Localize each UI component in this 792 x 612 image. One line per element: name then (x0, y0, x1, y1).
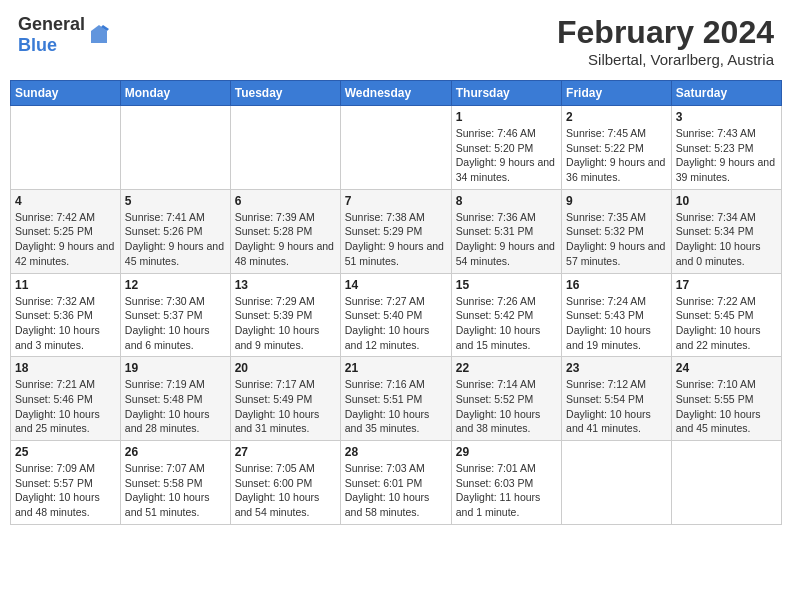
day-info: Sunrise: 7:21 AMSunset: 5:46 PMDaylight:… (15, 377, 116, 436)
calendar-cell: 17Sunrise: 7:22 AMSunset: 5:45 PMDayligh… (671, 273, 781, 357)
day-number: 16 (566, 278, 667, 292)
calendar-cell: 18Sunrise: 7:21 AMSunset: 5:46 PMDayligh… (11, 357, 121, 441)
day-info: Sunrise: 7:41 AMSunset: 5:26 PMDaylight:… (125, 210, 226, 269)
day-number: 18 (15, 361, 116, 375)
calendar-cell: 27Sunrise: 7:05 AMSunset: 6:00 PMDayligh… (230, 441, 340, 525)
day-number: 20 (235, 361, 336, 375)
day-number: 5 (125, 194, 226, 208)
day-number: 19 (125, 361, 226, 375)
weekday-header-saturday: Saturday (671, 81, 781, 106)
calendar-week-3: 11Sunrise: 7:32 AMSunset: 5:36 PMDayligh… (11, 273, 782, 357)
day-info: Sunrise: 7:05 AMSunset: 6:00 PMDaylight:… (235, 461, 336, 520)
day-info: Sunrise: 7:29 AMSunset: 5:39 PMDaylight:… (235, 294, 336, 353)
logo-general-text: General (18, 14, 85, 34)
day-number: 8 (456, 194, 557, 208)
day-info: Sunrise: 7:46 AMSunset: 5:20 PMDaylight:… (456, 126, 557, 185)
day-info: Sunrise: 7:38 AMSunset: 5:29 PMDaylight:… (345, 210, 447, 269)
day-number: 22 (456, 361, 557, 375)
day-info: Sunrise: 7:17 AMSunset: 5:49 PMDaylight:… (235, 377, 336, 436)
calendar-cell: 19Sunrise: 7:19 AMSunset: 5:48 PMDayligh… (120, 357, 230, 441)
calendar-cell (562, 441, 672, 525)
day-number: 27 (235, 445, 336, 459)
calendar-header-row: SundayMondayTuesdayWednesdayThursdayFrid… (11, 81, 782, 106)
calendar-cell: 7Sunrise: 7:38 AMSunset: 5:29 PMDaylight… (340, 189, 451, 273)
month-title: February 2024 (557, 14, 774, 51)
calendar-cell: 13Sunrise: 7:29 AMSunset: 5:39 PMDayligh… (230, 273, 340, 357)
day-info: Sunrise: 7:26 AMSunset: 5:42 PMDaylight:… (456, 294, 557, 353)
calendar-cell: 26Sunrise: 7:07 AMSunset: 5:58 PMDayligh… (120, 441, 230, 525)
calendar-cell (671, 441, 781, 525)
calendar-cell (230, 106, 340, 190)
day-number: 21 (345, 361, 447, 375)
day-info: Sunrise: 7:19 AMSunset: 5:48 PMDaylight:… (125, 377, 226, 436)
day-info: Sunrise: 7:01 AMSunset: 6:03 PMDaylight:… (456, 461, 557, 520)
day-number: 28 (345, 445, 447, 459)
calendar-table: SundayMondayTuesdayWednesdayThursdayFrid… (10, 80, 782, 525)
calendar-cell: 29Sunrise: 7:01 AMSunset: 6:03 PMDayligh… (451, 441, 561, 525)
weekday-header-sunday: Sunday (11, 81, 121, 106)
day-info: Sunrise: 7:14 AMSunset: 5:52 PMDaylight:… (456, 377, 557, 436)
calendar-week-4: 18Sunrise: 7:21 AMSunset: 5:46 PMDayligh… (11, 357, 782, 441)
calendar-cell: 2Sunrise: 7:45 AMSunset: 5:22 PMDaylight… (562, 106, 672, 190)
day-number: 13 (235, 278, 336, 292)
calendar-cell: 4Sunrise: 7:42 AMSunset: 5:25 PMDaylight… (11, 189, 121, 273)
day-number: 24 (676, 361, 777, 375)
day-number: 12 (125, 278, 226, 292)
location-title: Silbertal, Vorarlberg, Austria (557, 51, 774, 68)
day-number: 15 (456, 278, 557, 292)
page-header: General Blue February 2024 Silbertal, Vo… (10, 10, 782, 72)
weekday-header-monday: Monday (120, 81, 230, 106)
calendar-cell: 25Sunrise: 7:09 AMSunset: 5:57 PMDayligh… (11, 441, 121, 525)
day-number: 17 (676, 278, 777, 292)
calendar-cell: 14Sunrise: 7:27 AMSunset: 5:40 PMDayligh… (340, 273, 451, 357)
calendar-cell: 22Sunrise: 7:14 AMSunset: 5:52 PMDayligh… (451, 357, 561, 441)
day-info: Sunrise: 7:30 AMSunset: 5:37 PMDaylight:… (125, 294, 226, 353)
logo: General Blue (18, 14, 111, 56)
calendar-cell: 28Sunrise: 7:03 AMSunset: 6:01 PMDayligh… (340, 441, 451, 525)
logo-blue-text: Blue (18, 35, 57, 55)
day-info: Sunrise: 7:09 AMSunset: 5:57 PMDaylight:… (15, 461, 116, 520)
day-number: 14 (345, 278, 447, 292)
day-number: 29 (456, 445, 557, 459)
logo-icon (87, 23, 111, 47)
calendar-week-2: 4Sunrise: 7:42 AMSunset: 5:25 PMDaylight… (11, 189, 782, 273)
calendar-cell: 5Sunrise: 7:41 AMSunset: 5:26 PMDaylight… (120, 189, 230, 273)
calendar-cell (120, 106, 230, 190)
calendar-cell (11, 106, 121, 190)
calendar-cell: 20Sunrise: 7:17 AMSunset: 5:49 PMDayligh… (230, 357, 340, 441)
calendar-cell: 9Sunrise: 7:35 AMSunset: 5:32 PMDaylight… (562, 189, 672, 273)
calendar-cell: 21Sunrise: 7:16 AMSunset: 5:51 PMDayligh… (340, 357, 451, 441)
day-number: 25 (15, 445, 116, 459)
day-info: Sunrise: 7:16 AMSunset: 5:51 PMDaylight:… (345, 377, 447, 436)
day-number: 2 (566, 110, 667, 124)
day-number: 6 (235, 194, 336, 208)
calendar-cell: 11Sunrise: 7:32 AMSunset: 5:36 PMDayligh… (11, 273, 121, 357)
day-info: Sunrise: 7:24 AMSunset: 5:43 PMDaylight:… (566, 294, 667, 353)
day-number: 3 (676, 110, 777, 124)
day-info: Sunrise: 7:35 AMSunset: 5:32 PMDaylight:… (566, 210, 667, 269)
day-info: Sunrise: 7:45 AMSunset: 5:22 PMDaylight:… (566, 126, 667, 185)
day-info: Sunrise: 7:34 AMSunset: 5:34 PMDaylight:… (676, 210, 777, 269)
day-info: Sunrise: 7:43 AMSunset: 5:23 PMDaylight:… (676, 126, 777, 185)
weekday-header-friday: Friday (562, 81, 672, 106)
day-number: 9 (566, 194, 667, 208)
day-number: 4 (15, 194, 116, 208)
weekday-header-thursday: Thursday (451, 81, 561, 106)
day-number: 26 (125, 445, 226, 459)
calendar-week-1: 1Sunrise: 7:46 AMSunset: 5:20 PMDaylight… (11, 106, 782, 190)
calendar-cell: 8Sunrise: 7:36 AMSunset: 5:31 PMDaylight… (451, 189, 561, 273)
day-info: Sunrise: 7:07 AMSunset: 5:58 PMDaylight:… (125, 461, 226, 520)
day-info: Sunrise: 7:36 AMSunset: 5:31 PMDaylight:… (456, 210, 557, 269)
day-info: Sunrise: 7:39 AMSunset: 5:28 PMDaylight:… (235, 210, 336, 269)
day-info: Sunrise: 7:10 AMSunset: 5:55 PMDaylight:… (676, 377, 777, 436)
calendar-week-5: 25Sunrise: 7:09 AMSunset: 5:57 PMDayligh… (11, 441, 782, 525)
day-number: 23 (566, 361, 667, 375)
day-number: 11 (15, 278, 116, 292)
day-info: Sunrise: 7:32 AMSunset: 5:36 PMDaylight:… (15, 294, 116, 353)
calendar-cell: 1Sunrise: 7:46 AMSunset: 5:20 PMDaylight… (451, 106, 561, 190)
day-info: Sunrise: 7:22 AMSunset: 5:45 PMDaylight:… (676, 294, 777, 353)
calendar-cell: 3Sunrise: 7:43 AMSunset: 5:23 PMDaylight… (671, 106, 781, 190)
day-number: 7 (345, 194, 447, 208)
day-info: Sunrise: 7:12 AMSunset: 5:54 PMDaylight:… (566, 377, 667, 436)
calendar-cell: 10Sunrise: 7:34 AMSunset: 5:34 PMDayligh… (671, 189, 781, 273)
